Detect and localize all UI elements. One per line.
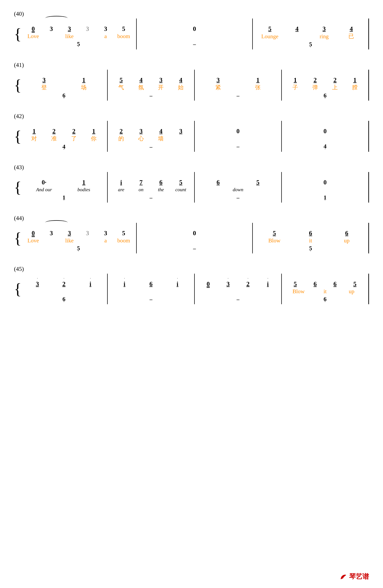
section-45: (45) { · 3 · 2 · i (14, 266, 369, 304)
lyric-44-1-1: Love (24, 237, 42, 244)
note-40-3-4: 4 (338, 25, 365, 32)
bass-val: 5· (77, 245, 80, 252)
lyrics-44-2 (140, 237, 249, 244)
measure-41-2: 5 4 3 4 气 氛 开 始 – (107, 70, 194, 101)
note-val: 0 (193, 230, 196, 237)
bass-val: 6· (324, 296, 327, 302)
dot-mark: · (268, 277, 268, 280)
dot-mark: · (90, 277, 91, 280)
note-val: 3 (322, 25, 326, 32)
measure-40-3: 5 4 3 4 Lounge ring 已 5· (252, 19, 368, 49)
note-val: 3 (50, 25, 53, 32)
note-41-4-4: 1 (345, 76, 365, 84)
bass-44-1: 5· (24, 244, 133, 252)
note-val: 5 (122, 230, 125, 237)
notes-43-4: 0 (285, 173, 365, 186)
note-val: 4 (139, 76, 143, 84)
note-val: 3 (139, 127, 143, 135)
measure-45-1: · 3 · 2 · i 6· (22, 274, 107, 304)
section-number-41: (41) (14, 62, 369, 68)
note-44-1-1: 0 (24, 230, 42, 237)
lyrics-45-4: Blow it up (285, 288, 365, 295)
note-val: 3 (50, 230, 53, 237)
lyric-44-1-3: like (60, 237, 78, 244)
slur-44-1 (45, 220, 68, 225)
bass-note-43-2: – (111, 194, 191, 201)
bass-note-41-4: 6· (285, 92, 365, 99)
lyric-40-3-4: 已 (338, 32, 365, 40)
note-val: 0 (237, 127, 240, 135)
note-val: 0 (32, 230, 35, 237)
bass-45-1: 6· (24, 295, 104, 303)
lyrics-45-1 (24, 288, 104, 295)
note-43-2-1: i (111, 179, 131, 186)
section-number-44: (44) (14, 215, 369, 221)
bass-note-41-2: – (111, 92, 191, 99)
measure-42-3: 0 – (194, 121, 281, 152)
note-44-1-3: 3 (60, 230, 78, 237)
measure-42-1: 1 2 2 1 对 准 了 你 4· (22, 121, 107, 152)
bass-44-3: 5· (256, 244, 365, 252)
dot-mark: · (64, 277, 64, 280)
notes-41-3: 3 1 (198, 71, 278, 84)
lyric-40-3-1: Lounge (256, 33, 283, 40)
note-42-1-4: 1 (84, 127, 104, 135)
lyrics-42-1: 对 准 了 你 (24, 135, 104, 143)
measures-row-42: 1 2 2 1 对 准 了 你 4· (22, 121, 368, 152)
bass-44-2: – (140, 244, 249, 252)
note-41-2-3: 3 (151, 76, 171, 84)
lyric-42-2-2: 心 (131, 135, 151, 143)
notes-41-2: 5 4 3 4 (111, 71, 191, 84)
notes-42-1: 1 2 2 1 (24, 122, 104, 135)
measure-42-4: 0 4· (281, 121, 368, 152)
note-val: 6 (309, 230, 312, 237)
note-44-2-1: 0 (140, 230, 249, 237)
bass-43-1: 1· (24, 193, 104, 202)
bass-40-1: 5· (24, 40, 133, 48)
bass-43-2: – (111, 193, 191, 202)
bass-note-41-1: 6· (24, 92, 104, 99)
note-44-1-5: 3 (96, 230, 114, 237)
lyric-41-1-2: 场 (64, 84, 104, 91)
notes-40-1: 0 3 3 3 3 5 (24, 19, 133, 32)
bass-40-2: – (140, 40, 249, 48)
lyric-43-1-2: bodies (64, 187, 104, 192)
bass-41-4: 6· (285, 91, 365, 100)
measure-44-2: 0 – (136, 223, 252, 253)
section-43: (43) { 0· 1 And our bodies (14, 164, 369, 203)
bass-val: 6· (62, 92, 65, 99)
lyric-45-4-3: up (338, 288, 365, 294)
note-41-1-1: 3 (24, 76, 64, 84)
note-val: 5 (268, 25, 271, 32)
note-val: 5 (294, 280, 297, 288)
note-val: 2 (52, 127, 56, 135)
note-40-3-1: 5 (256, 25, 283, 32)
bass-42-3: – (198, 142, 278, 150)
lyric-42-1-2: 准 (44, 135, 64, 143)
measures-row-44: 0 3 3 3 3 5 Love like a boom (22, 223, 368, 253)
bass-41-3: – (198, 91, 278, 100)
lyrics-44-1: Love like a boom (24, 237, 133, 244)
bass-note-45-2: – (111, 296, 191, 302)
note-42-1-2: 2 (44, 127, 64, 135)
lyric-42-2-3: 墙 (151, 135, 171, 143)
staff-block-45: { · 3 · 2 · i (14, 274, 369, 304)
notes-40-3: 5 4 3 4 (256, 19, 365, 32)
notes-43-2: i 7 6 5 (111, 173, 191, 186)
note-42-1-3: 2 (64, 127, 84, 135)
lyrics-43-1: And our bodies (24, 186, 104, 193)
note-val: i (267, 280, 269, 288)
lyrics-40-2 (140, 32, 249, 40)
lyrics-41-2: 气 氛 开 始 (111, 84, 191, 91)
note-val: 6 (333, 280, 337, 288)
lyric-42-2-1: 的 (111, 135, 131, 143)
bass-note-43-3: – (198, 194, 278, 201)
notes-45-3: 0 · 3 · 2 · i (198, 274, 278, 288)
note-val: 3 (86, 25, 89, 32)
bass-note-42-2: – (111, 144, 191, 150)
note-43-1-2: 1 (64, 179, 104, 186)
note-val: i (124, 280, 125, 288)
bass-val: 1· (324, 194, 327, 201)
section-number-42: (42) (14, 113, 369, 119)
note-41-3-1: 3 (198, 76, 238, 84)
